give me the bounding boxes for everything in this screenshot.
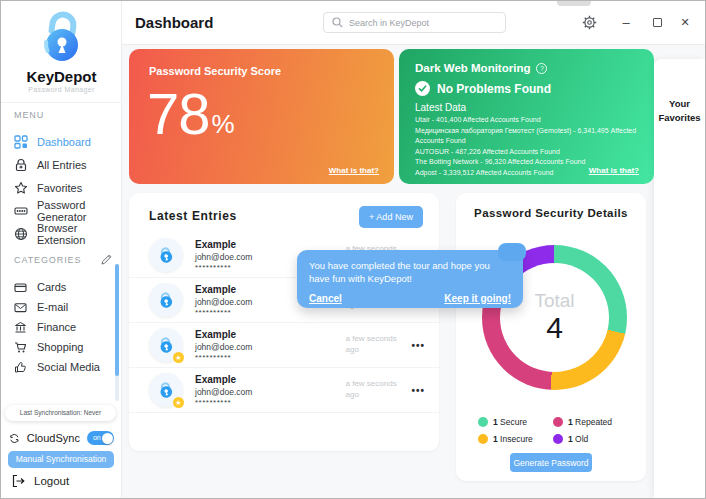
category-item-email[interactable]: E-mail	[1, 297, 120, 317]
password-security-details-panel: Password Security Details Total 4 1 Secu…	[456, 193, 646, 481]
password-dots-icon	[14, 204, 28, 218]
maximize-button[interactable]	[645, 10, 669, 34]
latest-entries-title: Latest Entries	[149, 209, 237, 223]
darkweb-status: No Problems Found	[437, 82, 551, 96]
logout-icon	[11, 474, 25, 488]
edit-pencil-icon[interactable]	[100, 254, 112, 266]
tooltip-confirm-button[interactable]: Keep it going!	[444, 293, 511, 304]
dark-web-monitoring-card: Dark Web Monitoring ? No Problems Found …	[399, 49, 654, 184]
sidebar-item-dashboard[interactable]: Dashboard	[1, 131, 120, 152]
category-label: Cards	[37, 281, 66, 293]
settings-gear-icon[interactable]	[577, 10, 601, 34]
search-placeholder: Search in KeyDepot	[349, 18, 429, 28]
maximize-icon	[653, 18, 662, 27]
password-security-score-card: Password Security Score 78 % What is tha…	[129, 49, 394, 184]
logout-button[interactable]: Logout	[11, 472, 69, 490]
legend-item-secure: 1 Secure	[478, 417, 553, 427]
credit-card-icon	[14, 281, 27, 294]
star-icon	[14, 181, 28, 195]
sidebar: KeyDepot Password Manager MENU Dashboard	[1, 1, 122, 498]
menu-list: Dashboard All Entries Favorites	[1, 131, 120, 246]
breach-line: AUTOSUR - 487,226 Affected Accounts Foun…	[415, 147, 638, 158]
help-icon[interactable]: ?	[536, 63, 547, 74]
entry-password-mask: **********	[195, 353, 301, 362]
tooltip-cancel-button[interactable]: Cancel	[309, 293, 342, 304]
minimize-button[interactable]: –	[614, 10, 638, 34]
entry-username: john@doe.com	[195, 252, 301, 262]
app-window: KeyDepot Password Manager MENU Dashboard	[0, 0, 706, 499]
generate-password-button[interactable]: Generate Password	[510, 453, 592, 472]
category-item-finance[interactable]: Finance	[1, 317, 120, 337]
entry-row[interactable]: ★ Example john@doe.com ********** a few …	[129, 323, 439, 368]
insecure-dot-icon	[478, 434, 488, 444]
entry-password-mask: **********	[195, 398, 301, 407]
score-card-title: Password Security Score	[149, 65, 281, 77]
sidebar-item-all-entries[interactable]: All Entries	[1, 154, 120, 175]
grid-icon	[14, 135, 28, 149]
category-item-shopping[interactable]: Shopping	[1, 337, 120, 357]
sidebar-item-favorites[interactable]: Favorites	[1, 177, 120, 198]
page-title: Dashboard	[135, 14, 213, 31]
sidebar-item-label: Browser Extension	[37, 222, 120, 246]
category-label: Finance	[37, 321, 76, 333]
sidebar-item-label: Favorites	[37, 182, 82, 194]
darkweb-card-title: Dark Web Monitoring	[415, 62, 530, 74]
sync-icon	[9, 432, 20, 445]
divider	[1, 102, 121, 103]
donut-legend: 1 Secure 1 Repeated 1 Insecure 1 Old	[478, 417, 628, 444]
sidebar-item-label: Dashboard	[37, 136, 91, 148]
entry-password-mask: **********	[195, 263, 301, 272]
header-bar: Dashboard Search in KeyDepot	[122, 1, 705, 45]
score-what-is-that-link[interactable]: What is that?	[329, 166, 379, 175]
legend-item-old: 1 Old	[553, 434, 628, 444]
last-sync-status: Last Synchronisation: Never	[5, 405, 116, 421]
cloudsync-label: CloudSync	[27, 432, 80, 444]
category-label: E-mail	[37, 301, 68, 313]
latest-entries-panel: Latest Entries + Add New ★ Example john@…	[129, 193, 439, 451]
add-new-button[interactable]: + Add New	[359, 206, 423, 228]
sidebar-item-browser-extension[interactable]: Browser Extension	[1, 223, 120, 244]
old-dot-icon	[553, 434, 563, 444]
entry-name: Example	[195, 284, 301, 295]
categories-section-label: CATEGORIES	[14, 255, 81, 265]
lock-icon	[14, 158, 28, 172]
menu-section-label: MENU	[14, 110, 44, 120]
thumbs-up-icon	[14, 361, 27, 374]
tooltip-message: You have completed the tour and hope you…	[309, 259, 511, 286]
cloudsync-row: CloudSync on	[9, 430, 114, 446]
app-name: KeyDepot	[1, 68, 122, 85]
sidebar-scrollbar-thumb[interactable]	[115, 264, 119, 376]
entry-timestamp: a few seconds ago	[345, 334, 403, 356]
favorites-panel[interactable]: Your Favorites	[654, 59, 705, 498]
manual-sync-button[interactable]: Manual Synchronisation	[8, 451, 114, 468]
entry-lock-icon: ★	[149, 328, 183, 362]
entry-more-menu[interactable]: •••	[411, 385, 425, 396]
app-tagline: Password Manager	[1, 86, 122, 93]
breach-line: Utair - 401,400 Affected Accounts Found	[415, 115, 638, 126]
darkweb-subtitle: Latest Data	[415, 102, 638, 113]
entry-row[interactable]: ★ Example john@doe.com ********** a few …	[129, 368, 439, 413]
globe-icon	[14, 227, 28, 241]
window-drag-handle	[557, 1, 591, 6]
favorite-star-badge: ★	[173, 352, 184, 363]
toggle-state-label: on	[93, 434, 101, 441]
entry-lock-icon: ★	[149, 238, 183, 272]
darkweb-what-is-that-link[interactable]: What is that?	[589, 166, 639, 175]
close-button[interactable]: ✕	[673, 10, 697, 34]
favorite-star-badge: ★	[173, 397, 184, 408]
sidebar-scrollbar-track[interactable]	[115, 264, 119, 401]
search-input[interactable]: Search in KeyDepot	[323, 12, 506, 33]
category-item-social-media[interactable]: Social Media	[1, 357, 120, 377]
entry-more-menu[interactable]: •••	[411, 340, 425, 351]
secure-dot-icon	[478, 417, 488, 427]
entry-name: Example	[195, 374, 301, 385]
cloudsync-toggle[interactable]: on	[87, 431, 114, 445]
sidebar-item-password-generator[interactable]: Password Generator	[1, 200, 120, 221]
search-icon	[332, 17, 343, 28]
entry-lock-icon: ★	[149, 283, 183, 317]
entry-timestamp: a few seconds ago	[345, 379, 403, 401]
category-item-cards[interactable]: Cards	[1, 277, 120, 297]
favorites-title: Your Favorites	[654, 97, 705, 125]
breach-line: Медицинская лаборатория Гемотест (Gemote…	[415, 126, 638, 147]
sidebar-item-label: Password Generator	[37, 199, 120, 223]
